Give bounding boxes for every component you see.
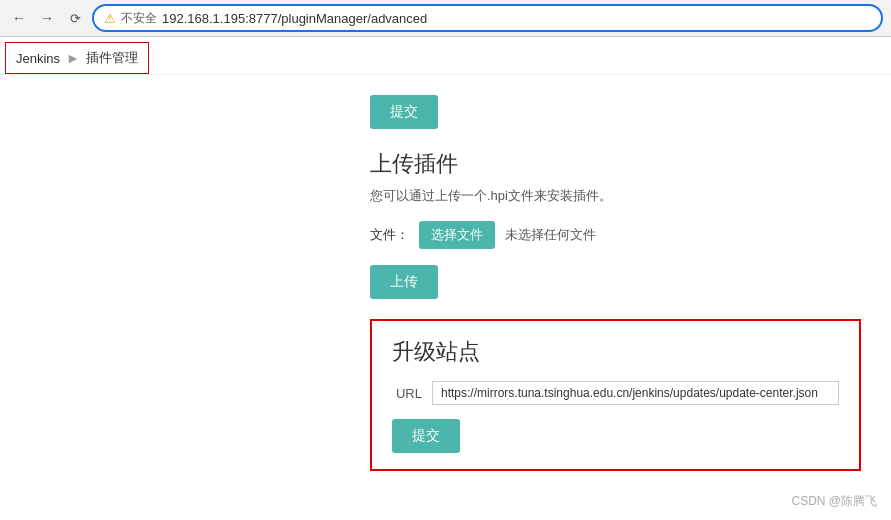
upload-section-desc: 您可以通过上传一个.hpi文件来安装插件。 (370, 187, 861, 205)
main-area: 提交 上传插件 您可以通过上传一个.hpi文件来安装插件。 文件： 选择文件 未… (340, 75, 891, 520)
address-bar[interactable]: ⚠ 不安全 192.168.1.195:8777/pluginManager/a… (92, 4, 883, 32)
upload-button[interactable]: 上传 (370, 265, 438, 299)
watermark: CSDN @陈腾飞 (791, 493, 877, 510)
upload-section-title: 上传插件 (370, 149, 861, 179)
security-icon: ⚠ (104, 11, 116, 26)
page-content: 提交 上传插件 您可以通过上传一个.hpi文件来安装插件。 文件： 选择文件 未… (0, 75, 891, 520)
url-label: URL (392, 386, 422, 401)
url-input[interactable] (432, 381, 839, 405)
browser-toolbar: ← → ⟳ ⚠ 不安全 192.168.1.195:8777/pluginMan… (0, 0, 891, 36)
address-text: 192.168.1.195:8777/pluginManager/advance… (162, 11, 871, 26)
upgrade-section-title: 升级站点 (392, 337, 839, 367)
file-label: 文件： (370, 226, 409, 244)
reload-button[interactable]: ⟳ (64, 7, 86, 29)
browser-chrome: ← → ⟳ ⚠ 不安全 192.168.1.195:8777/pluginMan… (0, 0, 891, 37)
breadcrumb-current[interactable]: 插件管理 (86, 49, 138, 67)
upgrade-submit-button[interactable]: 提交 (392, 419, 460, 453)
file-row: 文件： 选择文件 未选择任何文件 (370, 221, 861, 249)
top-submit-button[interactable]: 提交 (370, 95, 438, 129)
breadcrumb: Jenkins ► 插件管理 (5, 42, 149, 74)
forward-button[interactable]: → (36, 7, 58, 29)
back-button[interactable]: ← (8, 7, 30, 29)
no-file-text: 未选择任何文件 (505, 226, 596, 244)
breadcrumb-home[interactable]: Jenkins (16, 51, 60, 66)
breadcrumb-arrow: ► (66, 50, 80, 66)
choose-file-button[interactable]: 选择文件 (419, 221, 495, 249)
sidebar (0, 75, 340, 520)
upgrade-section: 升级站点 URL 提交 (370, 319, 861, 471)
security-label: 不安全 (121, 10, 157, 27)
upload-section: 上传插件 您可以通过上传一个.hpi文件来安装插件。 文件： 选择文件 未选择任… (370, 149, 861, 299)
url-row: URL (392, 381, 839, 405)
